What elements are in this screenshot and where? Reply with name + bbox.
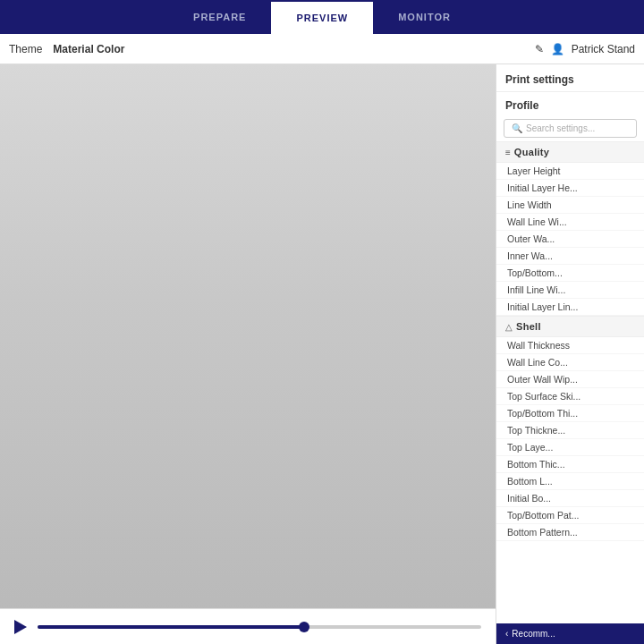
setting-top-bottom[interactable]: Top/Bottom...	[496, 265, 644, 282]
nav-monitor[interactable]: MONITOR	[373, 0, 476, 34]
setting-top-surface-skin[interactable]: Top Surface Ski...	[496, 388, 644, 405]
search-placeholder: Search settings...	[526, 123, 595, 133]
setting-top-layers[interactable]: Top Laye...	[496, 439, 644, 456]
chevron-left-icon: ‹	[505, 629, 508, 639]
user-icon: 👤	[551, 43, 564, 55]
setting-bottom-pattern[interactable]: Bottom Pattern...	[496, 524, 644, 541]
setting-top-bottom-pattern[interactable]: Top/Bottom Pat...	[496, 507, 644, 524]
progress-track[interactable]	[38, 625, 481, 629]
search-icon: 🔍	[512, 123, 522, 133]
setting-wall-line-width[interactable]: Wall Line Wi...	[496, 214, 644, 231]
edit-icon[interactable]: ✎	[535, 43, 544, 55]
setting-initial-layer-height[interactable]: Initial Layer He...	[496, 180, 644, 197]
setting-wall-line-count[interactable]: Wall Line Co...	[496, 354, 644, 371]
setting-bottom-layers[interactable]: Bottom L...	[496, 473, 644, 490]
setting-line-width[interactable]: Line Width	[496, 197, 644, 214]
setting-wall-thickness[interactable]: Wall Thickness	[496, 337, 644, 354]
profile-section-title: Profile	[496, 92, 644, 115]
setting-top-thickness[interactable]: Top Thickne...	[496, 422, 644, 439]
progress-fill	[38, 625, 304, 629]
setting-layer-height[interactable]: Layer Height	[496, 163, 644, 180]
setting-initial-layer-line[interactable]: Initial Layer Lin...	[496, 299, 644, 316]
playback-bar	[0, 608, 496, 644]
panel-title: Print settings	[496, 64, 644, 92]
top-navigation: PREPARE PREVIEW MONITOR	[0, 0, 644, 34]
setting-infill-line[interactable]: Infill Line Wi...	[496, 282, 644, 299]
breadcrumb-theme: Theme	[9, 43, 42, 55]
quality-icon: ≡	[505, 148, 511, 157]
main-area: Print settings Profile 🔍 Search settings…	[0, 64, 644, 644]
setting-top-bottom-thickness[interactable]: Top/Bottom Thi...	[496, 405, 644, 422]
quality-section-header[interactable]: ≡ Quality	[496, 141, 644, 163]
setting-bottom-thickness[interactable]: Bottom Thic...	[496, 456, 644, 473]
nav-prepare[interactable]: PREPARE	[168, 0, 271, 34]
progress-thumb[interactable]	[299, 622, 309, 632]
3d-viewport[interactable]	[0, 64, 496, 644]
shell-section-header[interactable]: △ Shell	[496, 316, 644, 337]
viewport-background	[0, 64, 496, 644]
setting-initial-bottom[interactable]: Initial Bo...	[496, 490, 644, 507]
recommend-button[interactable]: ‹ Recomm...	[496, 623, 644, 644]
setting-inner-wall[interactable]: Inner Wa...	[496, 248, 644, 265]
search-box[interactable]: 🔍 Search settings...	[504, 119, 637, 138]
breadcrumb-bar: Theme Material Color ✎ 👤 Patrick Stand	[0, 34, 644, 64]
shell-icon: △	[505, 322, 513, 332]
recommend-label: Recomm...	[512, 629, 555, 639]
play-button[interactable]	[14, 620, 27, 634]
quality-label: Quality	[514, 147, 549, 157]
user-name: Patrick Stand	[572, 43, 635, 55]
shell-label: Shell	[516, 321, 541, 332]
setting-outer-wall[interactable]: Outer Wa...	[496, 231, 644, 248]
nav-preview[interactable]: PREVIEW	[271, 0, 373, 34]
breadcrumb-right: ✎ 👤 Patrick Stand	[535, 43, 635, 55]
setting-outer-wall-wipe[interactable]: Outer Wall Wip...	[496, 371, 644, 388]
breadcrumb: Theme Material Color	[9, 43, 124, 55]
right-panel: Print settings Profile 🔍 Search settings…	[496, 64, 644, 644]
breadcrumb-material: Material Color	[53, 43, 124, 55]
